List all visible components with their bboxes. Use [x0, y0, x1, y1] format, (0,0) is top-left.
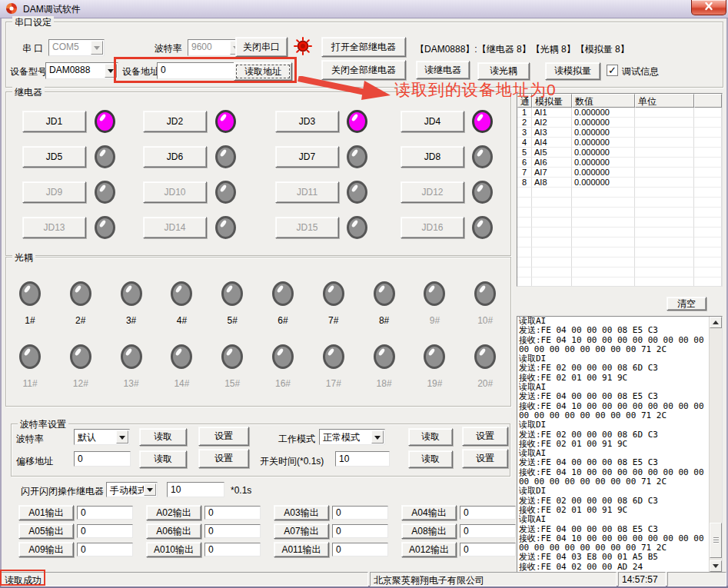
baud-setting-combobox[interactable]: 默认	[74, 429, 130, 445]
output-value-A04[interactable]: 0	[460, 506, 516, 520]
output-value-A09[interactable]: 0	[77, 543, 133, 556]
work-mode-read-button[interactable]: 读取	[408, 428, 453, 446]
output-value-A011[interactable]: 0	[332, 543, 388, 556]
relay-button-jd14[interactable]: JD14	[143, 217, 207, 238]
flash-mode-combobox[interactable]: 手动模式	[106, 482, 158, 497]
output-button-A02[interactable]: A02输出	[146, 505, 201, 520]
relay-led-jd13	[95, 216, 115, 239]
read-opto-button[interactable]: 读光耦	[477, 62, 530, 80]
relay-button-jd1[interactable]: JD1	[22, 111, 86, 132]
output-button-A07[interactable]: A07输出	[274, 523, 329, 539]
output-button-A03[interactable]: A03输出	[274, 505, 329, 520]
switch-time-read-button[interactable]: 读取	[408, 450, 453, 468]
baud-settings-group-label: 波特率设置	[18, 418, 68, 431]
title-bar[interactable]: DAM调试软件	[0, 0, 728, 18]
analog-cell	[635, 148, 694, 158]
scroll-up-icon[interactable]	[710, 317, 722, 328]
status-bar: 读取成功 北京聚英翱翔电子有限公司 14:57:57	[0, 572, 728, 586]
port-combobox[interactable]: COM5	[48, 39, 105, 56]
offset-set-button[interactable]: 设置	[198, 449, 249, 468]
offset-addr-input[interactable]: 0	[74, 451, 131, 467]
analog-empty-row	[517, 188, 722, 198]
debug-info-checkbox[interactable]: ✓	[607, 65, 618, 76]
scroll-down-icon[interactable]	[710, 560, 722, 572]
chevron-down-icon[interactable]	[91, 41, 103, 55]
relay-button-jd5[interactable]: JD5	[22, 146, 86, 168]
baud-set-button[interactable]: 设置	[198, 427, 249, 446]
relay-button-jd12[interactable]: JD12	[401, 181, 464, 203]
work-mode-combobox[interactable]: 正常模式	[319, 429, 385, 445]
chevron-down-icon[interactable]	[371, 430, 384, 443]
relay-button-jd10[interactable]: JD10	[143, 181, 207, 203]
flash-time-input[interactable]: 10	[167, 482, 224, 497]
scrollbar-thumb[interactable]	[710, 523, 722, 558]
annotation-highlight-frame	[114, 57, 297, 83]
read-analog-button[interactable]: 读模拟量	[545, 62, 600, 80]
relay-button-jd2[interactable]: JD2	[143, 111, 207, 132]
relay-button-jd3[interactable]: JD3	[275, 111, 339, 132]
opto-label-13: 13#	[115, 378, 148, 389]
relay-button-jd6[interactable]: JD6	[143, 146, 207, 168]
analog-cell	[532, 188, 572, 198]
chevron-down-icon[interactable]	[144, 483, 156, 496]
offset-read-button[interactable]: 读取	[139, 450, 187, 468]
opto-label-7: 7#	[317, 315, 351, 326]
log-scrollbar[interactable]	[709, 317, 722, 572]
output-value-A06[interactable]: 0	[204, 524, 261, 538]
relay-button-jd15[interactable]: JD15	[275, 217, 339, 238]
relay-button-jd13[interactable]: JD13	[22, 217, 86, 238]
opto-label-12: 12#	[64, 378, 98, 389]
analog-cell	[517, 257, 532, 267]
clear-log-button[interactable]: 清空	[667, 297, 706, 311]
output-value-A012[interactable]: 0	[460, 543, 516, 556]
analog-cell	[694, 168, 722, 178]
relay-button-jd9[interactable]: JD9	[22, 181, 86, 203]
chevron-down-icon[interactable]	[116, 430, 128, 443]
analog-cell: AI7	[532, 168, 572, 178]
output-value-A07[interactable]: 0	[332, 524, 388, 538]
analog-cell: AI8	[532, 178, 572, 188]
output-value-A08[interactable]: 0	[460, 524, 516, 538]
analog-row: 8AI80.000000	[517, 178, 722, 188]
output-value-A010[interactable]: 0	[204, 543, 261, 556]
output-button-A011[interactable]: A011输出	[274, 542, 329, 557]
output-button-A08[interactable]: A08输出	[401, 523, 457, 539]
relay-button-jd4[interactable]: JD4	[401, 111, 464, 132]
output-button-A01[interactable]: A01输出	[18, 505, 74, 520]
output-value-A05[interactable]: 0	[77, 524, 133, 538]
baud-read-button[interactable]: 读取	[139, 428, 187, 446]
device-model-combobox[interactable]: DAM0888	[45, 62, 118, 79]
output-value-A01[interactable]: 0	[77, 506, 133, 520]
analog-cell	[694, 208, 722, 218]
relay-button-jd8[interactable]: JD8	[401, 146, 464, 168]
output-value-A02[interactable]: 0	[204, 506, 261, 520]
analog-cell: AI5	[532, 148, 572, 158]
switch-time-set-button[interactable]: 设置	[462, 449, 508, 468]
relay-button-jd16[interactable]: JD16	[401, 217, 464, 238]
output-button-A04[interactable]: A04输出	[401, 505, 457, 520]
analog-table[interactable]: 通模拟量数值单位1AI10.0000002AI20.0000003AI30.00…	[517, 93, 723, 287]
output-button-A09[interactable]: A09输出	[18, 542, 74, 557]
relay-button-jd11[interactable]: JD11	[275, 181, 339, 203]
analog-col-header[interactable]: 单位	[635, 94, 694, 108]
analog-col-header[interactable]: 数值	[572, 94, 635, 108]
relay-led-jd14	[215, 216, 236, 239]
relay-button-jd7[interactable]: JD7	[275, 146, 339, 168]
opto-led-18	[374, 344, 395, 369]
analog-row: 6AI60.000000	[517, 158, 722, 168]
output-button-A06[interactable]: A06输出	[146, 523, 201, 539]
open-all-relays-button[interactable]: 打开全部继电器	[321, 37, 406, 57]
debug-log[interactable]: 读取AI发送:FE 04 00 00 00 08 E5 C3接收:FE 04 1…	[517, 316, 723, 573]
work-mode-set-button[interactable]: 设置	[462, 427, 508, 446]
output-button-A012[interactable]: A012输出	[401, 542, 457, 557]
output-button-A05[interactable]: A05输出	[18, 523, 74, 539]
close-port-button[interactable]: 关闭串口	[235, 37, 288, 57]
log-line: 发送:FE 04 03 E8 00 01 A5 B5	[519, 553, 708, 562]
close-button[interactable]	[691, 0, 726, 15]
output-value-A03[interactable]: 0	[332, 506, 388, 520]
read-relay-button[interactable]: 读继电器	[416, 61, 470, 79]
analog-cell	[694, 128, 722, 138]
output-button-A010[interactable]: A010输出	[146, 542, 201, 557]
switch-time-input[interactable]: 10	[335, 451, 390, 467]
analog-col-header[interactable]	[694, 94, 722, 108]
